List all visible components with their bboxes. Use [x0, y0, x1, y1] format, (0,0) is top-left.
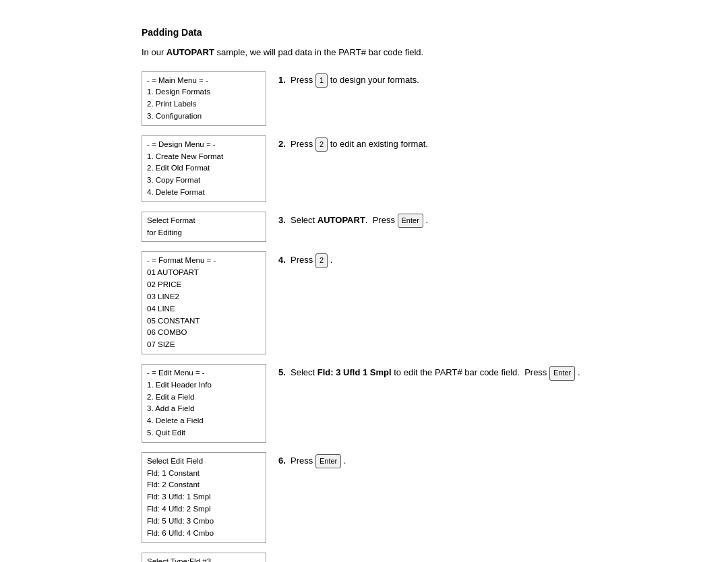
menu-line: 3. Copy Format	[147, 176, 200, 184]
menu-line: 3. Add a Field	[147, 404, 194, 412]
step-4-number: 4.	[278, 255, 286, 265]
menu-line: Fld: 5 Ufld: 3 Cmbo	[147, 517, 214, 525]
step-5-text: 5. Select Fld: 3 Ufld 1 Smpl to edit the…	[278, 364, 613, 381]
step-3-menu: Select Format for Editing	[142, 212, 266, 243]
step-6-menu: Select Edit Field Fld: 1 Constant Fld: 2…	[142, 452, 266, 543]
menu-line: 3. Configuration	[147, 112, 202, 120]
step-3-text: 3. Select AUTOPART. Press Enter .	[278, 212, 613, 228]
menu-line: Fld: 1 Constant	[147, 469, 200, 477]
step-1-text: 1. Press 1 to design your formats.	[278, 71, 613, 88]
step-3-number: 3.	[278, 215, 286, 225]
fld-label: Fld: 3 Ufld 1 Smpl	[317, 367, 392, 377]
menu-line: 07 SIZE	[147, 340, 175, 348]
key-enter: Enter	[398, 214, 423, 228]
menu-line: 4. Delete a Field	[147, 416, 204, 425]
menu-line: 05 CONSTANT	[147, 317, 200, 325]
step-4-row: - = Format Menu = - 01 AUTOPART 02 PRICE…	[142, 251, 613, 354]
step-3-row: Select Format for Editing 3. Select AUTO…	[142, 212, 613, 243]
step-6-number: 6.	[278, 456, 286, 466]
select-type-menu: Select Type:Fld #3 1. Text Field 2. Bar …	[142, 553, 266, 563]
page-title: Padding Data	[142, 27, 613, 38]
page-content: Padding Data In our AUTOPART sample, we …	[101, 0, 627, 562]
steps-area: - = Main Menu = - 1. Design Formats 2. P…	[142, 71, 613, 563]
menu-line: Fld: 6 Ufld: 4 Cmbo	[147, 529, 214, 537]
step-6-text: 6. Press Enter .	[278, 452, 613, 469]
menu-line: Select Edit Field	[147, 457, 203, 465]
step-4-text: 4. Press 2 .	[278, 251, 613, 268]
menu-line: 01 AUTOPART	[147, 268, 199, 276]
menu-line: 04 LINE	[147, 305, 175, 313]
step-2-number: 2.	[278, 139, 286, 149]
step-2-text: 2. Press 2 to edit an existing format.	[278, 135, 613, 152]
step-last-row: Select Type:Fld #3 1. Text Field 2. Bar …	[142, 553, 613, 563]
step-5-row: - = Edit Menu = - 1. Edit Header Info 2.…	[142, 364, 613, 443]
step-last-text	[278, 553, 613, 555]
menu-line: - = Edit Menu = -	[147, 369, 205, 377]
menu-line: 4. Delete Format	[147, 188, 205, 196]
step-6-row: Select Edit Field Fld: 1 Constant Fld: 2…	[142, 452, 613, 543]
menu-line: 03 LINE2	[147, 292, 179, 301]
menu-line: Select Format	[147, 216, 195, 224]
menu-line: 1. Create New Format	[147, 152, 223, 160]
menu-line: - = Design Menu = -	[147, 140, 216, 148]
autopart-label: AUTOPART	[317, 215, 365, 225]
step-5-menu: - = Edit Menu = - 1. Edit Header Info 2.…	[142, 364, 266, 443]
step-1-menu: - = Main Menu = - 1. Design Formats 2. P…	[142, 71, 266, 126]
step-2-row: - = Design Menu = - 1. Create New Format…	[142, 135, 613, 202]
step-2-menu: - = Design Menu = - 1. Create New Format…	[142, 135, 266, 202]
key-2: 2	[315, 137, 328, 152]
menu-line: 06 COMBO	[147, 328, 187, 336]
menu-line: - = Main Menu = -	[147, 76, 208, 84]
menu-line: Fld: 2 Constant	[147, 480, 200, 489]
menu-line: - = Format Menu = -	[147, 256, 216, 264]
menu-line: 5. Quit Edit	[147, 429, 185, 437]
menu-line: 1. Design Formats	[147, 88, 210, 96]
intro-paragraph: In our AUTOPART sample, we will pad data…	[142, 46, 613, 59]
menu-line: 1. Edit Header Info	[147, 381, 212, 389]
key-2b: 2	[315, 253, 328, 268]
step-4-menu: - = Format Menu = - 01 AUTOPART 02 PRICE…	[142, 251, 266, 354]
menu-line: Fld: 3 Ufld: 1 Smpl	[147, 493, 211, 501]
menu-line: 2. Print Labels	[147, 100, 197, 108]
step-1-number: 1.	[278, 75, 286, 85]
menu-line: Select Type:Fld #3	[147, 557, 211, 563]
menu-line: 02 PRICE	[147, 280, 181, 288]
menu-line: Fld: 4 Ufld: 2 Smpl	[147, 505, 211, 513]
step-1-row: - = Main Menu = - 1. Design Formats 2. P…	[142, 71, 613, 126]
intro-brand: AUTOPART	[166, 47, 214, 57]
menu-line: 2. Edit Old Format	[147, 164, 210, 172]
menu-line: for Editing	[147, 228, 182, 237]
key-1: 1	[315, 73, 328, 88]
key-enter-3: Enter	[315, 454, 341, 469]
step-5-number: 5.	[278, 367, 286, 377]
menu-line: 2. Edit a Field	[147, 393, 194, 401]
key-enter-2: Enter	[549, 366, 575, 381]
